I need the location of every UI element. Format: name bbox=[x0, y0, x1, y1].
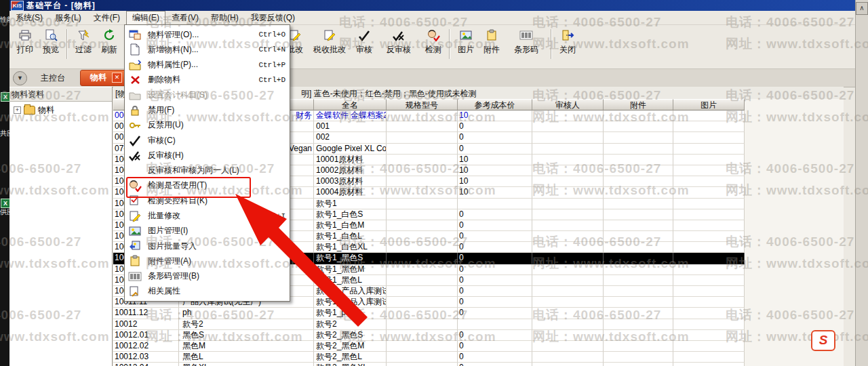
menu-item-图片批量导入[interactable]: 图片批量导入 bbox=[125, 239, 290, 253]
toolbar-button-图片[interactable]: 图片 bbox=[453, 27, 479, 62]
menu-item-物料属性(P)...[interactable]: 物料属性(P)...Ctrl+P bbox=[125, 58, 290, 73]
table-row-款号2_黑色XL[interactable]: 10012.04黑色XL款号2_黑色XL0 bbox=[113, 363, 745, 366]
tab-close-icon[interactable]: ✕ bbox=[112, 73, 122, 83]
toolbar-separator bbox=[449, 29, 450, 59]
menu-item-审核(C)[interactable]: 审核(C) bbox=[125, 133, 290, 148]
menu-item-反审核和审核为同一人(L)[interactable]: 反审核和审核为同一人(L) bbox=[125, 163, 290, 178]
tree-node-material[interactable]: + 物料 bbox=[14, 104, 112, 116]
cell-spec bbox=[387, 253, 458, 264]
toolbar-button-预览[interactable]: 预览 bbox=[38, 27, 64, 62]
toolbar-button-反审核[interactable]: 反审核 bbox=[377, 27, 420, 62]
desktop-shortcut-icon[interactable]: X bbox=[1, 92, 9, 102]
cell-cost: 0 bbox=[458, 264, 532, 275]
tree-expand-icon[interactable]: + bbox=[14, 106, 21, 114]
cell-picture bbox=[673, 330, 745, 341]
cell-cost: 0 bbox=[458, 286, 532, 297]
cell-cost: 0 bbox=[458, 231, 532, 242]
cell-spec bbox=[387, 286, 458, 297]
cell-attachment bbox=[604, 352, 673, 363]
cell-picture bbox=[673, 187, 745, 198]
tab-dropdown-icon[interactable]: ▼ bbox=[13, 71, 27, 85]
cell-picture bbox=[673, 264, 745, 275]
cell-fullname: 款号2_黑色S bbox=[314, 330, 387, 341]
toolbar-button-审核[interactable]: 审核 bbox=[351, 27, 377, 62]
column-header-参考成本价[interactable]: 参考成本价 bbox=[458, 99, 532, 110]
tree-panel-header: 物料资料 bbox=[9, 87, 112, 102]
cell-picture bbox=[673, 275, 745, 286]
toolbar-button-税收批改[interactable]: 税收批改 bbox=[308, 27, 351, 62]
cell-fullname: 款号1_黑色M bbox=[314, 264, 387, 275]
table-row-款号1_ph[interactable]: 10011.12ph款号1_ph0 bbox=[113, 308, 745, 319]
scroll-up-icon[interactable]: ∧ bbox=[856, 2, 868, 15]
batch-edit-icon bbox=[128, 210, 143, 222]
toolbar-button-关闭[interactable]: 关闭 bbox=[555, 27, 580, 62]
cell-fullname: 款号2_黑色XL bbox=[314, 363, 387, 366]
cell-cost: 10 bbox=[458, 110, 532, 121]
menubar-item-帮助(H)[interactable]: 帮助(H) bbox=[205, 11, 245, 25]
menubar-item-文件(F)[interactable]: 文件(F) bbox=[87, 11, 126, 25]
cell-picture bbox=[673, 110, 745, 121]
menu-item-图片管理(I)[interactable]: 图片管理(I) bbox=[125, 224, 290, 239]
cell-picture bbox=[673, 165, 745, 176]
refresh-icon bbox=[102, 29, 116, 41]
toolbar-button-检测[interactable]: 检测 bbox=[420, 27, 446, 62]
toolbar-button-label: 检测 bbox=[425, 44, 441, 56]
menubar-item-edit-active[interactable]: 编辑(E) bbox=[126, 11, 165, 25]
menu-item-反禁用(U)[interactable]: 反禁用(U) bbox=[125, 118, 290, 133]
material-tree-panel: 物料资料 + 物料 bbox=[9, 87, 113, 366]
menu-item-附件管理(A)[interactable]: 附件管理(A) bbox=[125, 253, 290, 268]
toolbar-button-label: 过滤 bbox=[75, 44, 92, 56]
toolbar-button-label: 税收批改 bbox=[313, 44, 346, 56]
tab-material[interactable]: 物料 ✕ bbox=[80, 70, 127, 86]
menu-item-条形码管理(B)[interactable]: 条形码管理(B) bbox=[125, 269, 290, 284]
menubar-item-查看(V)[interactable]: 查看(V) bbox=[165, 11, 205, 25]
cell-spec bbox=[387, 220, 458, 231]
manage-icon bbox=[128, 28, 143, 41]
menubar-item-系统(S)[interactable]: 系统(S) bbox=[9, 11, 49, 25]
menu-item-label: 设置会计科目(S) bbox=[148, 89, 208, 101]
table-row-款号2_黑色M[interactable]: 10012.02黑色M款号2_黑色M0 bbox=[113, 341, 745, 352]
cell-fullname: 款号2 bbox=[314, 319, 387, 330]
cell-auditor bbox=[532, 165, 604, 176]
cell-spec bbox=[387, 187, 458, 198]
menubar-item-我要反馈(Q)[interactable]: 我要反馈(Q) bbox=[245, 11, 301, 25]
menu-item-反审核(H)[interactable]: 反审核(H) bbox=[125, 148, 290, 163]
menu-item-物料管理(O)...[interactable]: 物料管理(O)...Ctrl+O bbox=[125, 27, 290, 42]
sogou-ime-icon[interactable]: S bbox=[811, 330, 835, 351]
menu-item-相关属性[interactable]: 相关属性 bbox=[125, 284, 290, 299]
toolbar-button-label: 条形码 bbox=[514, 44, 538, 56]
menu-item-禁用(F)[interactable]: 禁用(F) bbox=[125, 102, 290, 117]
menubar-item-服务(L)[interactable]: 服务(L) bbox=[49, 11, 87, 25]
table-row-款号2_黑色L[interactable]: 10012.03黑色L款号2_黑色L0 bbox=[113, 352, 745, 363]
cell-auditor bbox=[532, 121, 604, 132]
toolbar-button-过滤[interactable]: 过滤 bbox=[71, 27, 96, 62]
tab-main-console[interactable]: 主控台 bbox=[34, 70, 72, 86]
toolbar-button-打印[interactable]: 打印 bbox=[12, 27, 38, 62]
cell-picture bbox=[673, 297, 745, 308]
menu-item-新增物料(N)...[interactable]: 新增物料(N)...Ctrl+N bbox=[125, 42, 290, 57]
column-header-审核人[interactable]: 审核人 bbox=[532, 99, 604, 110]
toolbar-button-刷新[interactable]: 刷新 bbox=[96, 27, 122, 62]
toolbar-button-label: 反审核 bbox=[387, 44, 411, 56]
menu-item-删除物料[interactable]: 删除物料Ctrl+D bbox=[125, 73, 290, 87]
column-header-全名[interactable]: 全名 bbox=[314, 99, 387, 110]
kis-logo-icon: KIS bbox=[11, 1, 24, 11]
column-header-附件[interactable]: 附件 bbox=[604, 99, 673, 110]
column-header-规格型号[interactable]: 规格型号 bbox=[387, 99, 458, 110]
column-header-图片[interactable]: 图片 bbox=[673, 99, 745, 110]
menu-item-批量修改[interactable]: 批量修改Ctrl+I bbox=[125, 208, 290, 223]
cell-attachment bbox=[604, 199, 673, 209]
menu-item-shortcut: Ctrl+I bbox=[258, 212, 285, 220]
cell-cost: 0 bbox=[458, 132, 532, 143]
cell-picture bbox=[673, 352, 745, 363]
cell-spec bbox=[387, 330, 458, 341]
cell-auditor bbox=[532, 187, 604, 198]
cell-fullname: 10004原材料 bbox=[314, 187, 387, 198]
menu-item-shortcut: Ctrl+O bbox=[258, 30, 285, 39]
toolbar-button-条形码[interactable]: 条形码 bbox=[505, 27, 548, 62]
table-row-款号2[interactable]: 10012款号2款号2 bbox=[113, 319, 745, 330]
table-row-款号2_黑色S[interactable]: 10012.01黑色S款号2_黑色S0 bbox=[113, 330, 745, 341]
desktop-shortcut-icon[interactable]: X bbox=[1, 199, 9, 208]
cell-fullname: 金蝶软件 金蝶档案2 bbox=[314, 110, 387, 121]
toolbar-button-附件[interactable]: 附件 bbox=[479, 27, 505, 62]
